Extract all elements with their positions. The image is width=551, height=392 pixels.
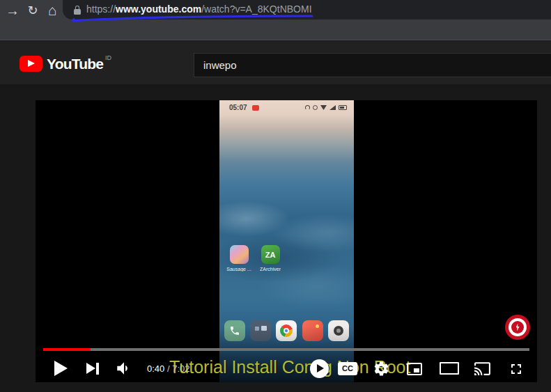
lock-icon-body — [74, 9, 81, 15]
youtube-masthead: YouTube ID inwepo — [0, 41, 551, 84]
next-button[interactable] — [86, 363, 100, 375]
chrome-app-icon — [276, 320, 297, 341]
time-current: 0:40 — [147, 363, 164, 374]
fullscreen-button[interactable] — [507, 361, 525, 377]
theater-mode-button[interactable] — [440, 362, 459, 375]
url-path: /watch?v=A_8KQtNBOMI — [201, 3, 311, 15]
app-zarchiver: ZA ZArchiver — [258, 245, 283, 272]
url-text[interactable]: https://www.youtube.com/watch?v=A_8KQtNB… — [86, 0, 312, 19]
time-display: 0:40 / 7:02 — [147, 363, 189, 374]
progress-played — [43, 348, 91, 351]
app-sausage: Sausage ... — [226, 245, 251, 272]
messages-app-icon — [250, 320, 271, 341]
youtube-wordmark: YouTube — [47, 56, 103, 72]
url-host: www.youtube.com — [116, 3, 201, 15]
bolt-icon — [516, 324, 520, 331]
zarchiver-app-icon: ZA — [261, 245, 280, 264]
subtitles-button[interactable]: CC — [338, 362, 357, 375]
volume-button[interactable] — [115, 359, 133, 377]
miniplayer-button[interactable] — [405, 361, 424, 377]
video-player[interactable]: 05:07 Sausage ... ZA ZArchiver — [36, 100, 537, 382]
battery-icon — [339, 105, 347, 110]
phone-status-icons — [305, 105, 347, 110]
channel-watermark[interactable] — [505, 315, 530, 340]
settings-gear-icon[interactable] — [373, 360, 390, 377]
wifi-icon — [320, 105, 327, 110]
youtube-logo[interactable]: YouTube ID — [20, 56, 111, 72]
progress-bar[interactable] — [43, 348, 529, 351]
forward-icon[interactable]: → — [3, 1, 22, 20]
store-app-icon — [302, 320, 323, 341]
home-icon[interactable]: ⌂ — [42, 1, 62, 20]
next-icon-bar — [96, 363, 99, 375]
address-bar[interactable]: https://www.youtube.com/watch?v=A_8KQtNB… — [63, 0, 551, 19]
watermark-core — [511, 321, 524, 334]
headset-icon — [305, 105, 310, 110]
sausage-app-icon — [230, 245, 249, 264]
autoplay-play-icon — [317, 364, 324, 373]
phone-home-apps: Sausage ... ZA ZArchiver — [226, 245, 283, 272]
next-icon — [86, 363, 95, 374]
url-scheme: https:// — [86, 3, 116, 15]
phone-dock — [219, 319, 354, 343]
cast-button[interactable] — [473, 360, 492, 377]
alarm-icon — [313, 105, 318, 110]
country-code-badge: ID — [105, 54, 111, 61]
camera-app-icon — [328, 320, 349, 341]
autoplay-button[interactable] — [310, 359, 329, 378]
search-input[interactable]: inwepo — [194, 53, 551, 77]
app-label: Sausage ... — [226, 267, 251, 272]
play-button[interactable] — [54, 361, 68, 376]
recording-indicator-icon — [252, 105, 259, 111]
video-content-phone-screen: 05:07 Sausage ... ZA ZArchiver — [219, 100, 354, 382]
phone-clock: 05:07 — [229, 104, 247, 111]
phone-app-icon — [224, 320, 245, 341]
app-label: ZArchiver — [260, 267, 281, 272]
browser-toolbar: → ↻ ⌂ https://www.youtube.com/watch?v=A_… — [0, 0, 551, 40]
phone-status-bar: 05:07 — [219, 100, 354, 117]
time-duration: / 7:02 — [164, 363, 189, 374]
search-query-text: inwepo — [194, 54, 551, 77]
reload-icon[interactable]: ↻ — [23, 1, 42, 20]
signal-icon — [329, 105, 336, 110]
youtube-play-icon — [20, 56, 42, 72]
